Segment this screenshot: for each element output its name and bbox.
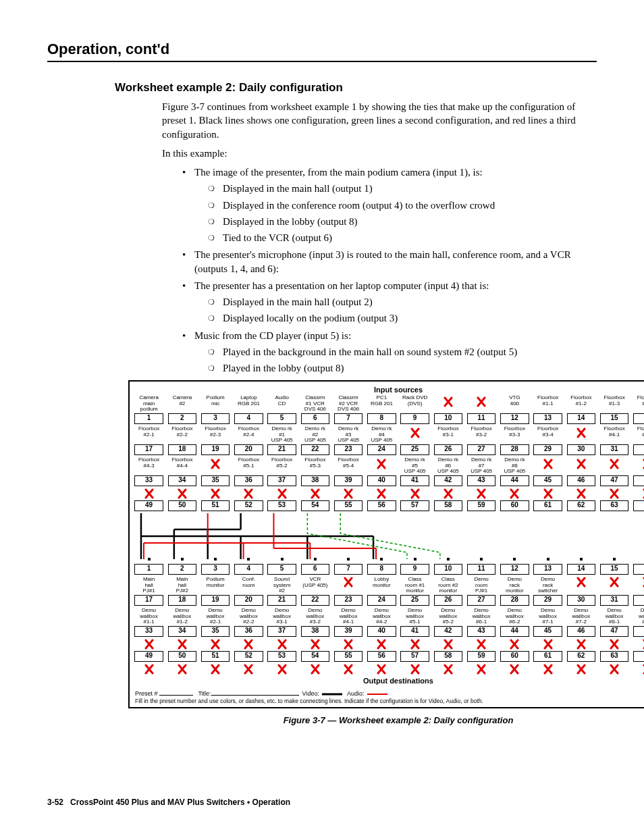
unused-x-icon: [532, 639, 564, 650]
unused-x-icon: [431, 396, 464, 408]
output-cell: 48: [631, 625, 644, 650]
output-number-box: 30: [567, 595, 596, 606]
unused-x-icon: [200, 639, 232, 650]
output-label: Class room #2 monitor: [432, 577, 464, 594]
input-cell: 49: [132, 488, 165, 513]
input-cell: Rack DVD (DVS)9: [398, 395, 431, 426]
input-cell: Floorbox #3-227: [465, 426, 498, 457]
input-label: Rack DVD (DVS): [399, 395, 431, 413]
input-label: Floorbox #5-2: [266, 457, 298, 475]
unused-x-icon: [200, 488, 232, 500]
tick-mark: [513, 558, 516, 561]
output-cell: 9Class room #1 monitor: [398, 563, 431, 594]
output-number-box: 4: [234, 564, 263, 575]
output-number-box: 57: [400, 651, 429, 662]
input-cell: Floorbox #3-429: [531, 426, 564, 457]
output-cell: 5Sound system #2: [265, 563, 298, 594]
input-cell: Floorbox #5-338: [298, 457, 331, 488]
input-row-3: Floorbox #4-333Floorbox #4-43435Floorbox…: [132, 457, 644, 488]
input-cell: 45: [531, 457, 564, 488]
unused-x-icon: [398, 427, 431, 439]
input-number-box: 30: [567, 444, 596, 455]
input-cell: Audio CD5: [265, 395, 298, 426]
output-number-box: 19: [201, 595, 230, 606]
input-cell: 35: [199, 457, 232, 488]
output-row-3: 33343536373839404142434445464748: [132, 625, 644, 650]
unused-x-icon: [532, 488, 564, 500]
worksheet-hint: Fill in the preset number and use colors…: [132, 698, 644, 706]
unused-x-icon: [266, 488, 298, 500]
input-number-box: 11: [467, 413, 496, 424]
output-label: Demo room PJ#1: [466, 577, 498, 594]
unused-x-icon: [565, 577, 597, 588]
input-number-box: 61: [533, 500, 562, 511]
input-cell: Floorbox #3-126: [431, 426, 464, 457]
input-cell: Floorbox #4-131: [598, 426, 631, 457]
unused-x-icon: [632, 664, 644, 675]
input-number-box: 45: [533, 475, 562, 486]
input-label: Podium mic: [200, 395, 232, 413]
unused-x-icon: [333, 639, 365, 650]
output-number-box: 41: [400, 626, 429, 637]
output-cell: 15: [598, 563, 631, 594]
input-cell: Floorbox #2-420: [232, 426, 265, 457]
input-number-box: 38: [301, 475, 330, 486]
input-number-box: 18: [168, 444, 197, 455]
input-cell: Demo rk #3 USP 40523: [332, 426, 365, 457]
output-cell: 45: [531, 625, 564, 650]
unused-x-icon: [365, 459, 398, 470]
input-cell: 52: [232, 488, 265, 513]
input-number-box: 13: [533, 413, 562, 424]
output-label: Demo wallbox #2-1: [200, 608, 232, 625]
input-cell: Classrm #1 VCR DVS 4066: [298, 395, 331, 426]
input-cell: 25: [398, 426, 431, 457]
output-cell: 60: [498, 650, 531, 675]
output-number-box: 8: [367, 564, 396, 575]
output-label: Demo wallbox #3-1: [266, 608, 298, 625]
unused-x-icon: [532, 664, 564, 675]
input-number-box: 58: [434, 500, 463, 511]
output-cell: 40: [365, 625, 398, 650]
output-cell: 1Main hall PJ#1: [132, 563, 165, 594]
output-row-1: 1Main hall PJ#12Main hall PJ#23Podium mo…: [132, 563, 644, 594]
output-cell: 54: [298, 650, 331, 675]
tick-mark: [148, 558, 151, 561]
input-cell: 10: [431, 395, 464, 426]
input-number-box: 64: [633, 500, 644, 511]
input-label: Classrm #2 VCR DVS 406: [333, 395, 365, 413]
unused-x-icon: [432, 639, 464, 650]
output-number-box: 49: [134, 651, 163, 662]
unused-x-icon: [466, 488, 498, 500]
sub-bullet: Displayed in the main hall (output 1): [208, 182, 583, 195]
unused-x-icon: [399, 488, 431, 500]
unused-x-icon: [632, 577, 644, 588]
input-cell: Demo rk #5 USP 40541: [398, 457, 431, 488]
output-cell: 41: [398, 625, 431, 650]
unused-x-icon: [133, 488, 165, 500]
input-label: Demo rk #2 USP 405: [299, 426, 331, 444]
unused-x-icon: [565, 488, 597, 500]
input-number-box: 37: [267, 475, 296, 486]
bullet-mic: The presenter's microphone (input 3) is …: [182, 248, 583, 276]
unused-x-icon: [565, 639, 597, 650]
input-cell: 54: [298, 488, 331, 513]
output-number-box: 10: [434, 564, 463, 575]
output-label: Demo wallbox #6-1: [466, 608, 498, 625]
input-number-box: 57: [400, 500, 429, 511]
unused-x-icon: [599, 577, 630, 588]
input-label: Laptop RGB 201: [233, 395, 265, 413]
input-label: Demo rk #1 USP 405: [266, 426, 298, 444]
output-number-box: 12: [500, 564, 529, 575]
unused-x-icon: [333, 577, 365, 588]
input-cell: Floorbox #2-218: [165, 426, 198, 457]
output-cell: 39: [332, 625, 365, 650]
tick-mark: [347, 558, 350, 561]
tick-mark: [480, 558, 483, 561]
unused-x-icon: [299, 664, 331, 675]
input-number-box: 27: [467, 444, 496, 455]
input-cell: 50: [165, 488, 198, 513]
unused-x-icon: [299, 488, 331, 500]
unused-x-icon: [632, 639, 644, 650]
input-cell: Floorbox #5-136: [232, 457, 265, 488]
output-number-box: 42: [434, 626, 463, 637]
